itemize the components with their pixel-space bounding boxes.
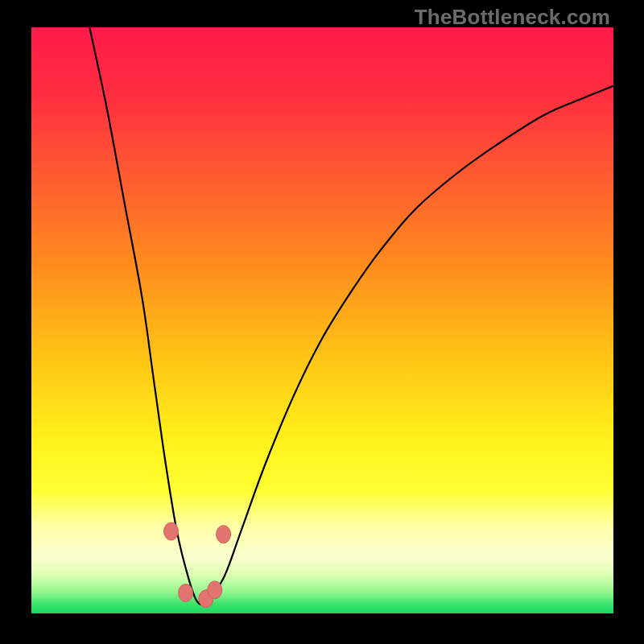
curve-marker [208, 581, 222, 599]
plot-area [31, 27, 613, 613]
chart-svg [31, 27, 613, 613]
bottleneck-curve [89, 27, 613, 605]
chart-frame: TheBottleneck.com [0, 0, 644, 644]
curve-markers [164, 522, 231, 608]
curve-marker [164, 522, 179, 540]
curve-marker [217, 526, 231, 543]
curve-marker [179, 584, 193, 602]
watermark-text: TheBottleneck.com [415, 5, 610, 30]
